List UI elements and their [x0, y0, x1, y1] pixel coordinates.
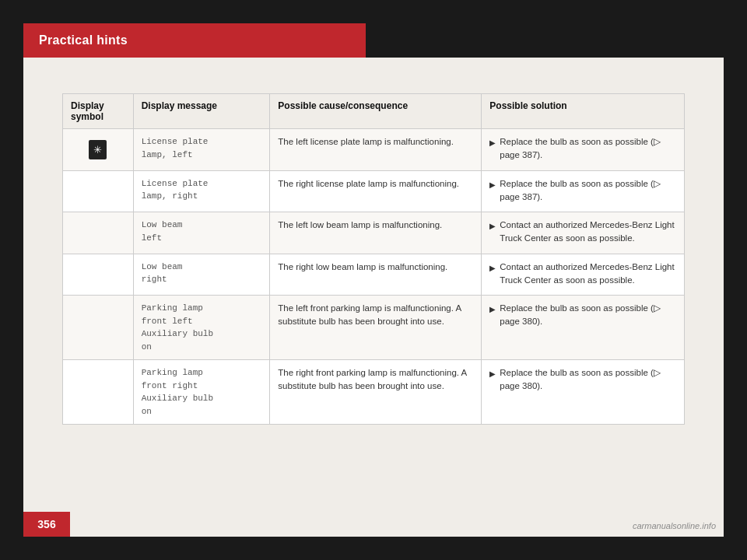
table-header-row: Display symbol Display message Possible …: [63, 94, 685, 129]
table-row: Low beam leftThe left low beam lamp is m…: [63, 212, 685, 254]
cause-cell: The left front parking lamp is malfuncti…: [270, 296, 482, 360]
page-number: 356: [37, 518, 55, 530]
solution-text: Replace the bulb as soon as possible (▷ …: [500, 302, 676, 329]
symbol-cell: [63, 254, 134, 296]
solution-text: Replace the bulb as soon as possible (▷ …: [500, 366, 676, 394]
arrow-icon: ▶: [489, 137, 496, 149]
symbol-cell: [63, 360, 134, 425]
lamp-icon: ✳: [89, 140, 107, 160]
arrow-icon: ▶: [489, 262, 496, 274]
watermark: carmanualsonline.info: [633, 521, 716, 530]
hints-table: Display symbol Display message Possible …: [62, 93, 685, 425]
solution-text: Replace the bulb as soon as possible (▷ …: [500, 135, 676, 163]
message-cell: License plate lamp, left: [133, 129, 270, 171]
page-title: Practical hints: [39, 33, 128, 47]
table-row: License plate lamp, rightThe right licen…: [63, 170, 685, 212]
message-cell: Parking lamp front left Auxiliary bulb o…: [133, 296, 270, 360]
col-header-solution: Possible solution: [482, 94, 685, 129]
col-header-symbol: Display symbol: [63, 94, 134, 129]
message-cell: Low beam right: [133, 254, 270, 296]
table-row: Parking lamp front right Auxiliary bulb …: [63, 360, 685, 425]
message-cell: Low beam left: [133, 212, 270, 254]
table-row: ✳License plate lamp, leftThe left licens…: [63, 129, 685, 171]
col-header-message: Display message: [133, 94, 270, 129]
arrow-icon: ▶: [489, 179, 496, 191]
arrow-icon: ▶: [489, 220, 496, 232]
table-row: Low beam rightThe right low beam lamp is…: [63, 254, 685, 296]
symbol-cell: [63, 170, 134, 212]
solution-cell: ▶Replace the bulb as soon as possible (▷…: [482, 129, 685, 171]
arrow-icon: ▶: [489, 303, 496, 315]
symbol-cell: ✳: [63, 129, 134, 171]
table-row: Parking lamp front left Auxiliary bulb o…: [63, 296, 685, 360]
solution-cell: ▶Replace the bulb as soon as possible (▷…: [482, 170, 685, 212]
solution-text: Replace the bulb as soon as possible (▷ …: [500, 177, 676, 205]
cause-cell: The right front parking lamp is malfunct…: [270, 360, 482, 425]
cause-cell: The left low beam lamp is malfunctioning…: [270, 212, 482, 254]
content-area: Display symbol Display message Possible …: [62, 93, 685, 425]
page-number-box: 356: [23, 512, 70, 537]
solution-cell: ▶Replace the bulb as soon as possible (▷…: [482, 296, 685, 360]
cause-cell: The right license plate lamp is malfunct…: [270, 170, 482, 212]
solution-cell: ▶Contact an authorized Mercedes-Benz Lig…: [482, 212, 685, 254]
message-cell: License plate lamp, right: [133, 170, 270, 212]
symbol-cell: [63, 212, 134, 254]
arrow-icon: ▶: [489, 368, 496, 380]
solution-cell: ▶Contact an authorized Mercedes-Benz Lig…: [482, 254, 685, 296]
col-header-cause: Possible cause/consequence: [270, 94, 482, 129]
cause-cell: The right low beam lamp is malfunctionin…: [270, 254, 482, 296]
solution-cell: ▶Replace the bulb as soon as possible (▷…: [482, 360, 685, 425]
header-title-box: Practical hints: [23, 23, 366, 58]
cause-cell: The left license plate lamp is malfuncti…: [270, 129, 482, 171]
solution-text: Contact an authorized Mercedes-Benz Ligh…: [500, 261, 676, 288]
solution-text: Contact an authorized Mercedes-Benz Ligh…: [500, 219, 676, 246]
message-cell: Parking lamp front right Auxiliary bulb …: [133, 360, 270, 425]
symbol-cell: [63, 296, 134, 360]
